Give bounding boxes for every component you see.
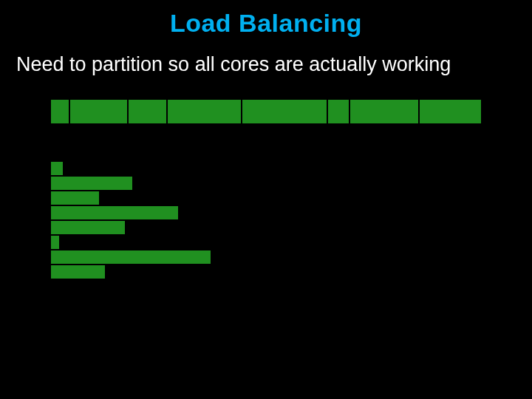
bar-row xyxy=(50,220,482,235)
bar-row xyxy=(50,250,482,265)
bar-row xyxy=(50,205,482,220)
top-segment xyxy=(69,99,128,124)
stacked-bars xyxy=(50,161,482,279)
top-segment xyxy=(128,99,167,124)
top-partition-row xyxy=(50,99,482,124)
top-segment xyxy=(419,99,482,124)
workload-bar xyxy=(50,220,126,235)
top-segment xyxy=(349,99,418,124)
slide-title: Load Balancing xyxy=(0,9,532,38)
workload-bar xyxy=(50,176,133,191)
top-segment xyxy=(327,99,349,124)
workload-bar xyxy=(50,161,64,176)
slide-load-balancing: Load Balancing Need to partition so all … xyxy=(0,0,532,399)
top-segment xyxy=(242,99,328,124)
bar-row xyxy=(50,161,482,176)
bar-row xyxy=(50,176,482,191)
workload-bar xyxy=(50,191,100,205)
bar-row xyxy=(50,235,482,250)
workload-bar xyxy=(50,205,179,220)
top-segment xyxy=(50,99,69,124)
workload-bar xyxy=(50,235,60,250)
bar-row xyxy=(50,265,482,279)
bar-row xyxy=(50,191,482,205)
slide-subtitle: Need to partition so all cores are actua… xyxy=(16,53,451,76)
workload-bar xyxy=(50,250,211,265)
workload-bar xyxy=(50,265,106,279)
top-segment xyxy=(167,99,242,124)
